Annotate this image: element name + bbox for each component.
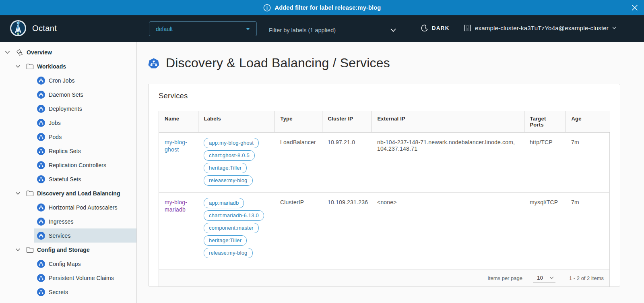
sidebar-item-workloads[interactable]: Workloads (0, 59, 136, 73)
stateful-sets-icon (37, 175, 45, 183)
chevron-down-icon[interactable] (15, 248, 21, 251)
chevron-down-icon (549, 276, 554, 279)
items-per-page-select[interactable]: 10 (533, 274, 555, 282)
sidebar-item-label: Config Maps (49, 261, 81, 267)
cell-age: 7m (566, 193, 606, 265)
octant-logo-home[interactable]: Octant (10, 20, 57, 37)
column-header-name: Name (159, 111, 198, 133)
sidebar-item-jobs[interactable]: Jobs (34, 116, 136, 130)
cell-type: LoadBalancer (275, 133, 322, 193)
close-icon[interactable] (630, 3, 639, 12)
folder-icon (26, 247, 34, 253)
label-badge[interactable]: app:my-blog-ghost (204, 138, 259, 148)
column-header-cluster-ip: Cluster IP (322, 111, 372, 133)
table-bottom-spacer (159, 265, 609, 270)
sidebar-item-label: Replication Controllers (49, 162, 106, 168)
sidebar-item-config-maps[interactable]: Config Maps (34, 257, 136, 271)
column-header-external-ip: External IP (372, 111, 524, 133)
sidebar-item-ingresses[interactable]: Ingresses (34, 214, 136, 228)
sidebar-item-daemon-sets[interactable]: Daemon Sets (34, 87, 136, 102)
main-content: Discovery & Load Balancing / Services Se… (137, 42, 644, 303)
chevron-down-icon (612, 27, 616, 29)
sidebar-item-label: Workloads (37, 63, 66, 70)
persistent-volume-claims-icon (37, 274, 45, 282)
chevron-down-icon[interactable] (5, 51, 10, 54)
theme-toggle-label: DARK (432, 25, 450, 31)
label-badge[interactable]: release:my-blog (204, 175, 253, 186)
namespace-value: default (156, 26, 246, 32)
objects-icon (16, 49, 23, 56)
cell-target-ports: http/TCP (524, 133, 566, 193)
sidebar-item-replication-controllers[interactable]: Replication Controllers (34, 158, 136, 172)
column-header-age: Age (566, 111, 606, 133)
sidebar-item-label: Stateful Sets (49, 176, 81, 183)
cell-target-ports: mysql/TCP (524, 193, 566, 265)
column-header-labels: Labels (198, 111, 275, 133)
label-badge[interactable]: chart:mariadb-6.13.0 (204, 210, 264, 221)
card-title: Services (159, 91, 610, 100)
table-row: my-blog-mariadbapp:mariadbchart:mariadb-… (159, 193, 610, 265)
alert-message: Added filter for label release:my-blog (275, 4, 381, 11)
items-per-page-value: 10 (537, 275, 543, 281)
sidebar-item-services[interactable]: Services (34, 228, 136, 243)
service-link[interactable]: my-blog-mariadb (165, 199, 192, 213)
sidebar-item-persistent-volume-claims[interactable]: Persistent Volume Claims (34, 271, 136, 285)
theme-toggle-button[interactable]: DARK (421, 25, 450, 31)
pagination-range-text: 1 - 2 of 2 items (569, 275, 604, 281)
label-badge[interactable]: chart:ghost-8.0.5 (204, 150, 255, 161)
label-badge[interactable]: release:my-blog (204, 248, 253, 258)
column-header-target-ports: Target Ports (524, 111, 566, 133)
deployments-icon (37, 105, 45, 113)
sidebar-item-secrets[interactable]: Secrets (34, 285, 136, 299)
sidebar-item-label: Ingresses (49, 218, 74, 225)
column-header-type: Type (275, 111, 322, 133)
sidebar-item-discovery-and-load-balancing[interactable]: Discovery and Load Balancing (0, 186, 136, 200)
sidebar-item-label: Services (49, 232, 70, 239)
cell-spacer (606, 133, 610, 193)
sidebar-item-horizontal-pod-autoscalers[interactable]: Horizontal Pod Autoscalers (34, 200, 136, 214)
chevron-down-icon[interactable] (15, 192, 21, 195)
cell-type: ClusterIP (275, 193, 322, 265)
label-badge[interactable]: component:master (204, 223, 259, 233)
cluster-context-select[interactable]: example-cluster-ka3TuTzYo4a@example-clus… (464, 24, 616, 32)
sidebar-item-replica-sets[interactable]: Replica Sets (34, 144, 136, 158)
cell-labels: app:my-blog-ghostchart:ghost-8.0.5herita… (198, 133, 275, 193)
chevron-down-icon (390, 28, 396, 32)
sidebar-item-label: Config and Storage (37, 247, 90, 253)
label-badge[interactable]: heritage:Tiller (204, 235, 247, 246)
folder-icon (26, 190, 34, 197)
label-badge[interactable]: app:mariadb (204, 198, 244, 208)
column-header-spacer (606, 111, 610, 133)
namespace-select[interactable]: default (149, 21, 257, 36)
replica-sets-icon (37, 147, 45, 155)
replication-controllers-icon (37, 161, 45, 169)
caret-down-icon (246, 28, 250, 30)
sidebar-item-deployments[interactable]: Deployments (34, 102, 136, 116)
page-title-text: Discovery & Load Balancing / Services (166, 56, 390, 71)
cell-cluster-ip: 10.97.21.0 (322, 133, 372, 193)
sidebar-item-cron-jobs[interactable]: Cron Jobs (34, 73, 136, 87)
sidebar-item-stateful-sets[interactable]: Stateful Sets (34, 172, 136, 186)
daemon-sets-icon (37, 91, 45, 99)
sidebar-item-pods[interactable]: Pods (34, 130, 136, 144)
label-filter-text: Filter by labels (1 applied) (269, 27, 390, 33)
label-badge[interactable]: heritage:Tiller (204, 163, 247, 173)
label-filter-dropdown[interactable]: Filter by labels (1 applied) (269, 24, 396, 36)
info-icon (263, 4, 271, 12)
cell-external-ip: nb-104-237-148-71.newark.nodebalancer.li… (372, 133, 524, 193)
pods-icon (37, 133, 45, 141)
items-per-page-label: Items per page (487, 275, 522, 281)
sidebar-item-label: Pods (49, 134, 62, 140)
cell-external-ip: <none> (372, 193, 524, 265)
app-header: Octant default Filter by labels (1 appli… (0, 15, 644, 42)
sidebar-item-config-and-storage[interactable]: Config and Storage (0, 243, 136, 257)
chevron-down-icon[interactable] (15, 65, 21, 68)
sidebar-navigation: OverviewWorkloadsCron JobsDaemon SetsDep… (0, 42, 137, 303)
service-link[interactable]: my-blog-ghost (165, 139, 192, 153)
sidebar-item-label: Secrets (49, 289, 68, 295)
sidebar-item-label: Deployments (49, 106, 82, 112)
cluster-context-label: example-cluster-ka3TuTzYo4a@example-clus… (475, 25, 609, 31)
sidebar-item-overview[interactable]: Overview (0, 45, 136, 59)
services-table: NameLabelsTypeCluster IPExternal IPTarge… (159, 111, 610, 287)
sidebar-item-label: Cron Jobs (49, 77, 75, 84)
